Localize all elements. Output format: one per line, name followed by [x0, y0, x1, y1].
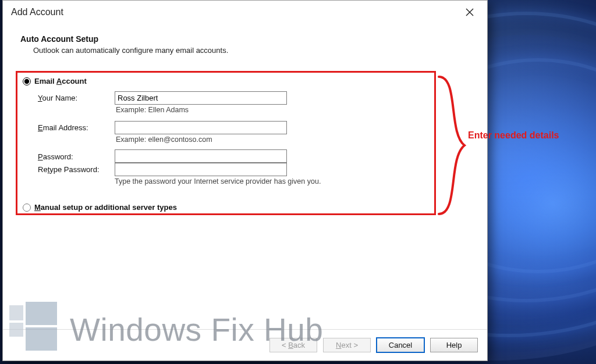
your-name-label: Your Name: — [38, 92, 112, 104]
next-button: Next > — [323, 338, 371, 352]
password-input[interactable] — [115, 149, 287, 163]
content-area: Email Account Your Name: Example: Ellen … — [3, 60, 487, 212]
watermark-logo — [9, 302, 65, 354]
header-subtitle: Outlook can automatically configure many… — [33, 46, 487, 55]
your-name-hint: Example: Ellen Adams — [115, 105, 287, 121]
email-address-input[interactable] — [115, 121, 287, 134]
radio-email-account-row[interactable]: Email Account — [23, 77, 479, 85]
header-title: Auto Account Setup — [20, 34, 487, 44]
radio-email-account-label: Email Account — [34, 77, 87, 85]
email-address-label: Email Address: — [38, 122, 112, 134]
radio-email-account[interactable] — [23, 77, 31, 85]
password-hint: Type the password your Internet service … — [38, 176, 287, 192]
close-button[interactable] — [458, 3, 481, 21]
email-address-hint: Example: ellen@contoso.com — [115, 134, 287, 151]
close-icon — [466, 8, 474, 16]
retype-password-label: Retype Password: — [38, 163, 112, 176]
radio-manual-setup[interactable] — [23, 204, 31, 212]
your-name-input[interactable] — [115, 91, 287, 105]
add-account-dialog: Add Account Auto Account Setup Outlook c… — [2, 0, 488, 361]
password-label: Password: — [38, 151, 112, 163]
title-bar: Add Account — [3, 1, 487, 24]
cancel-button[interactable]: Cancel — [377, 338, 424, 352]
radio-manual-setup-row[interactable]: Manual setup or additional server types — [23, 203, 479, 212]
annotation-brace — [435, 74, 468, 216]
header-block: Auto Account Setup Outlook can automatic… — [3, 24, 487, 60]
window-title: Add Account — [11, 7, 63, 17]
annotation-text: Enter needed details — [468, 130, 559, 141]
radio-manual-setup-label: Manual setup or additional server types — [34, 203, 177, 212]
retype-password-input[interactable] — [115, 163, 287, 176]
form-grid: Your Name: Example: Ellen Adams Email Ad… — [38, 91, 479, 192]
help-button[interactable]: Help — [430, 338, 478, 352]
watermark-text: Windows Fix Hub — [70, 311, 323, 348]
